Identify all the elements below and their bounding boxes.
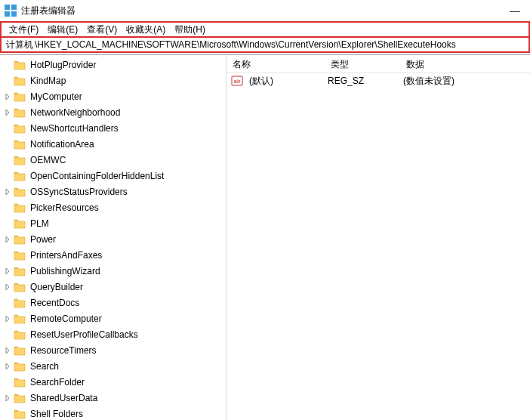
- tree-item[interactable]: PickerResources: [0, 199, 226, 215]
- expander-icon[interactable]: [3, 267, 12, 276]
- list-header: 名称 类型 数据: [226, 57, 530, 73]
- tree-item[interactable]: NetworkNeighborhood: [0, 104, 226, 120]
- tree-item[interactable]: Shell Folders: [0, 406, 226, 420]
- tree-item[interactable]: MyComputer: [0, 88, 226, 104]
- folder-icon: [14, 250, 26, 261]
- tree-item-label: OpenContainingFolderHiddenList: [29, 170, 165, 182]
- expander-icon[interactable]: [3, 346, 12, 355]
- tree-item-label: Shell Folders: [29, 408, 85, 420]
- expander-icon[interactable]: [3, 314, 12, 323]
- tree-item[interactable]: NotificationArea: [0, 136, 226, 152]
- list-row[interactable]: ab(默认)REG_SZ(数值未设置): [226, 73, 530, 88]
- tree-item[interactable]: ResetUserProfileCallbacks: [0, 326, 226, 342]
- folder-icon: [14, 60, 26, 70]
- expander-icon[interactable]: [3, 235, 12, 244]
- tree-item[interactable]: ResourceTimers: [0, 342, 226, 358]
- folder-icon: [14, 409, 26, 419]
- window-title: 注册表编辑器: [21, 5, 75, 17]
- tree-item[interactable]: OpenContainingFolderHiddenList: [0, 168, 226, 184]
- menu-edit[interactable]: 编辑(E): [43, 23, 82, 36]
- folder-icon: [14, 313, 26, 324]
- svg-rect-0: [5, 5, 10, 10]
- string-value-icon: ab: [231, 75, 243, 87]
- folder-icon: [14, 107, 26, 118]
- menu-help[interactable]: 帮助(H): [170, 23, 210, 36]
- tree-item[interactable]: SearchFolder: [0, 374, 226, 390]
- minimize-button[interactable]: —: [504, 5, 525, 17]
- menu-favorites[interactable]: 收藏夹(A): [122, 23, 170, 36]
- list-pane[interactable]: 名称 类型 数据 ab(默认)REG_SZ(数值未设置): [226, 55, 530, 420]
- folder-icon: [14, 298, 26, 308]
- folder-icon: [14, 266, 26, 276]
- tree-item-label: PLM: [29, 218, 51, 230]
- tree-item-label: NewShortcutHandlers: [29, 122, 120, 134]
- tree-item-label: Search: [29, 360, 60, 372]
- menu-view[interactable]: 查看(V): [82, 23, 122, 36]
- tree-item[interactable]: RecentDocs: [0, 295, 226, 310]
- folder-icon: [14, 345, 26, 356]
- folder-icon: [14, 234, 26, 245]
- folder-icon: [14, 377, 26, 388]
- folder-icon: [14, 155, 26, 165]
- tree-item-label: HotPlugProvider: [29, 59, 97, 71]
- tree-item-label: PublishingWizard: [29, 265, 102, 277]
- folder-icon: [14, 76, 26, 86]
- tree-pane[interactable]: HotPlugProviderKindMapMyComputerNetworkN…: [0, 55, 226, 420]
- tree-item[interactable]: HotPlugProvider: [0, 57, 226, 73]
- svg-text:ab: ab: [234, 78, 241, 85]
- menu-file[interactable]: 文件(F): [5, 23, 43, 36]
- tree-item-label: MyComputer: [29, 91, 84, 103]
- tree-item[interactable]: OSSyncStatusProviders: [0, 184, 226, 199]
- expander-icon[interactable]: [3, 187, 12, 196]
- folder-icon: [14, 187, 26, 197]
- svg-rect-2: [5, 11, 10, 17]
- tree-item-label: SharedUserData: [29, 392, 99, 404]
- column-header-name[interactable]: 名称: [226, 58, 325, 71]
- tree-item[interactable]: QueryBuilder: [0, 279, 226, 295]
- titlebar: 注册表编辑器 —: [0, 0, 530, 21]
- folder-icon: [14, 329, 26, 340]
- address-bar[interactable]: 计算机 \HKEY_LOCAL_MACHINE\SOFTWARE\Microso…: [0, 36, 530, 53]
- tree-item[interactable]: PLM: [0, 215, 226, 231]
- expander-icon[interactable]: [3, 394, 12, 403]
- folder-icon: [14, 171, 26, 181]
- content: HotPlugProviderKindMapMyComputerNetworkN…: [0, 55, 530, 420]
- folder-icon: [14, 91, 26, 102]
- tree-item[interactable]: NewShortcutHandlers: [0, 120, 226, 136]
- svg-rect-1: [11, 5, 17, 10]
- tree-item[interactable]: Power: [0, 231, 226, 247]
- expander-icon[interactable]: [3, 92, 12, 101]
- tree-item[interactable]: OEMWC: [0, 152, 226, 168]
- tree-item[interactable]: RemoteComputer: [0, 310, 226, 326]
- expander-icon[interactable]: [3, 108, 12, 117]
- address-path: \HKEY_LOCAL_MACHINE\SOFTWARE\Microsoft\W…: [35, 39, 456, 50]
- menubar: 文件(F) 编辑(E) 查看(V) 收藏夹(A) 帮助(H): [0, 21, 530, 36]
- folder-icon: [14, 361, 26, 372]
- cell-type: REG_SZ: [325, 76, 400, 86]
- folder-icon: [14, 123, 26, 134]
- tree-item-label: ResourceTimers: [29, 344, 98, 357]
- tree-item[interactable]: Search: [0, 358, 226, 374]
- svg-rect-3: [11, 11, 17, 17]
- tree-item-label: ResetUserProfileCallbacks: [29, 329, 140, 341]
- expander-icon[interactable]: [3, 283, 12, 292]
- folder-icon: [14, 282, 26, 292]
- tree-item-label: RemoteComputer: [29, 313, 103, 325]
- tree-item-label: NetworkNeighborhood: [29, 107, 122, 119]
- cell-name: (默认): [246, 75, 325, 88]
- column-header-type[interactable]: 类型: [325, 58, 400, 71]
- tree-item-label: PickerResources: [29, 202, 100, 214]
- tree-item-label: RecentDocs: [29, 297, 81, 309]
- tree-item-label: QueryBuilder: [29, 281, 85, 293]
- app-icon: [5, 5, 17, 17]
- column-header-data[interactable]: 数据: [400, 58, 530, 71]
- folder-icon: [14, 393, 26, 403]
- tree-item[interactable]: PrintersAndFaxes: [0, 247, 226, 263]
- tree-item[interactable]: PublishingWizard: [0, 263, 226, 279]
- tree-item[interactable]: SharedUserData: [0, 390, 226, 406]
- address-label: 计算机: [6, 39, 33, 51]
- tree-item[interactable]: KindMap: [0, 73, 226, 88]
- tree-item-label: NotificationArea: [29, 138, 96, 150]
- expander-icon[interactable]: [3, 362, 12, 371]
- tree-item-label: SearchFolder: [29, 376, 86, 388]
